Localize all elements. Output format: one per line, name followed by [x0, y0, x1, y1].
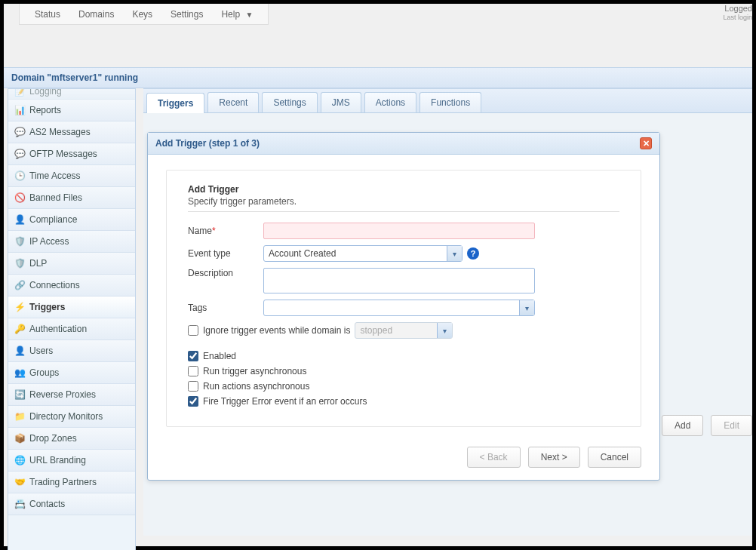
menu-label: Keys [132, 9, 152, 20]
back-button[interactable]: < Back [467, 447, 521, 468]
sidebar-item-reports[interactable]: 📊Reports [8, 100, 135, 121]
menu-status[interactable]: Status [26, 5, 69, 23]
sidebar-item-banned-files[interactable]: 🚫Banned Files [8, 187, 135, 209]
url-branding-icon: 🌐 [14, 455, 25, 466]
tab-recent[interactable]: Recent [207, 92, 259, 112]
sidebar-item-ip-access[interactable]: 🛡️IP Access [8, 231, 135, 253]
row-event-type: Event type Account Created ▾ ? [188, 245, 619, 262]
ignore-checkbox[interactable] [188, 325, 198, 336]
sidebar-item-url-branding[interactable]: 🌐URL Branding [8, 450, 135, 472]
add-button[interactable]: Add [662, 415, 703, 436]
run-trigger-async-label: Run trigger asynchronous [203, 366, 306, 376]
sidebar-item-label: Contacts [29, 499, 65, 509]
row-run-trigger-async: Run trigger asynchronous [188, 366, 619, 376]
edit-button[interactable]: Edit [711, 415, 752, 436]
row-tags: Tags ▾ [188, 300, 619, 316]
domain-banner-text: Domain "mftserver1" running [11, 72, 138, 83]
menu-keys[interactable]: Keys [123, 5, 161, 23]
run-trigger-async-[interactable] [188, 366, 198, 376]
sidebar-item-label: Reports [29, 105, 61, 115]
tab-actions[interactable]: Actions [364, 92, 416, 112]
sidebar-item-triggers[interactable]: ⚡Triggers [8, 297, 135, 318]
dialog-header: Add Trigger (step 1 of 3) ✕ [148, 133, 659, 155]
event-type-value: Account Created [269, 248, 336, 259]
list-action-buttons: Add Edit [662, 415, 752, 436]
sidebar-item-compliance[interactable]: 👤Compliance [8, 209, 135, 231]
run-actions-async-label: Run actions asynchronous [203, 381, 309, 392]
fire-error-checkbox[interactable] [188, 396, 198, 407]
ignore-state-select[interactable]: stopped ▾ [355, 322, 453, 339]
event-type-label: Event type [188, 248, 263, 259]
sidebar-item-label: IP Access [29, 236, 69, 247]
sidebar-item-dlp[interactable]: 🛡️DLP [8, 253, 135, 275]
row-run-actions-async: Run actions asynchronous [188, 381, 619, 392]
sidebar-item-oftp-messages[interactable]: 💬OFTP Messages [8, 143, 135, 165]
chevron-down-icon: ▼ [245, 11, 253, 19]
name-input[interactable] [263, 223, 535, 239]
logged-in-text: Logged [723, 4, 752, 14]
contacts-icon: 📇 [14, 499, 25, 509]
tab-triggers[interactable]: Triggers [146, 93, 204, 113]
banned-files-icon: 🚫 [14, 192, 25, 203]
menu-domains[interactable]: Domains [69, 5, 123, 23]
chevron-down-icon: ▾ [519, 300, 534, 315]
sidebar-item-label: Drop Zones [29, 433, 77, 444]
row-ignore: Ignore trigger events while domain is st… [188, 322, 619, 339]
row-enabled: Enabled [188, 351, 619, 361]
enabled-label: Enabled [203, 351, 236, 361]
reports-icon: 📊 [14, 105, 25, 115]
menu-label: Domains [78, 9, 114, 20]
sidebar-item-label: Triggers [29, 302, 65, 312]
row-description: Description [188, 268, 619, 293]
sidebar-item-trading-partners[interactable]: 🤝Trading Partners [8, 472, 135, 493]
tabs-row: TriggersRecentSettingsJMSActionsFunction… [143, 88, 752, 113]
tab-settings[interactable]: Settings [262, 92, 317, 112]
sidebar-item-reverse-proxies[interactable]: 🔄Reverse Proxies [8, 384, 135, 406]
name-label: Name* [188, 226, 263, 236]
add-trigger-dialog: Add Trigger (step 1 of 3) ✕ Add Trigger … [147, 132, 660, 481]
sidebar-item-connections[interactable]: 🔗Connections [8, 275, 135, 297]
close-icon[interactable]: ✕ [640, 137, 652, 149]
menu-label: Settings [171, 9, 203, 20]
dialog-body: Add Trigger Specify trigger parameters. … [148, 155, 659, 447]
cancel-button[interactable]: Cancel [588, 447, 641, 468]
sidebar-item-logging[interactable]: 📝Logging [8, 89, 135, 100]
sidebar-item-time-access[interactable]: 🕒Time Access [8, 165, 135, 187]
run-actions-async-checkbox[interactable] [188, 381, 198, 392]
sidebar-item-label: OFTP Messages [29, 149, 97, 159]
help-icon[interactable]: ? [467, 247, 479, 260]
users-icon: 👤 [14, 346, 25, 356]
sidebar-item-users[interactable]: 👤Users [8, 340, 135, 362]
sidebar-item-label: Connections [29, 280, 80, 290]
sidebar-item-as2-messages[interactable]: 💬AS2 Messages [8, 121, 135, 143]
divider [188, 211, 619, 212]
tags-select[interactable]: ▾ [263, 300, 535, 316]
sidebar-item-label: Users [29, 346, 53, 356]
oftp-messages-icon: 💬 [14, 149, 25, 159]
event-type-select[interactable]: Account Created ▾ [263, 245, 463, 262]
menu-settings[interactable]: Settings [161, 5, 212, 23]
tab-jms[interactable]: JMS [321, 92, 361, 112]
sidebar-item-contacts[interactable]: 📇Contacts [8, 493, 135, 515]
sidebar-item-groups[interactable]: 👥Groups [8, 362, 135, 384]
next-button[interactable]: Next > [528, 447, 580, 468]
sidebar: 📝Logging📊Reports💬AS2 Messages💬OFTP Messa… [8, 88, 136, 550]
menu-help[interactable]: Help ▼ [212, 5, 262, 23]
domain-banner: Domain "mftserver1" running [4, 67, 752, 88]
reverse-proxies-icon: 🔄 [14, 389, 25, 400]
main-area: 📝Logging📊Reports💬AS2 Messages💬OFTP Messa… [4, 88, 752, 550]
required-marker: * [212, 226, 216, 236]
sidebar-item-authentication[interactable]: 🔑Authentication [8, 318, 135, 340]
chevron-down-icon: ▾ [447, 246, 462, 261]
tab-functions[interactable]: Functions [419, 92, 481, 112]
sidebar-item-directory-monitors[interactable]: 📁Directory Monitors [8, 406, 135, 428]
ignore-label: Ignore trigger events while domain is [203, 325, 350, 336]
top-menubar: Status Domains Keys Settings Help ▼ Logg… [4, 4, 752, 29]
enabled-checkbox[interactable] [188, 351, 198, 361]
connections-icon: 🔗 [14, 280, 25, 290]
description-input[interactable] [263, 268, 535, 293]
sidebar-item-drop-zones[interactable]: 📦Drop Zones [8, 428, 135, 450]
sidebar-item-label: Reverse Proxies [29, 389, 96, 400]
description-label: Description [188, 268, 263, 278]
drop-zones-icon: 📦 [14, 433, 25, 444]
